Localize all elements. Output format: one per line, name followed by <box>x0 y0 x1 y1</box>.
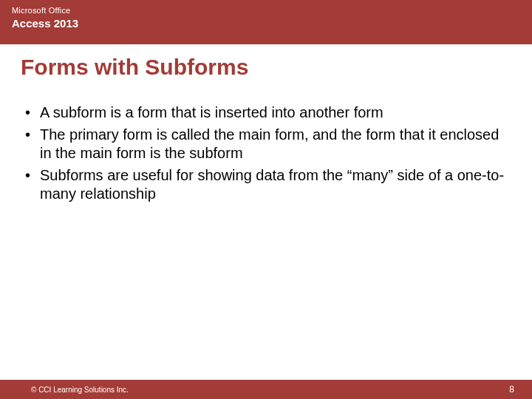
copyright-text: © CCI Learning Solutions Inc. <box>31 386 129 394</box>
bullet-item: The primary form is called the main form… <box>21 126 511 163</box>
page-number: 8 <box>509 384 514 395</box>
bullet-item: Subforms are useful for showing data fro… <box>21 166 511 204</box>
slide-title: Forms with Subforms <box>21 55 513 80</box>
brand-line-2: Access 2013 <box>12 17 520 30</box>
slide: Microsoft Office Access 2013 Forms with … <box>0 0 532 399</box>
bullet-list: A subform is a form that is inserted int… <box>21 103 511 204</box>
title-bar: Forms with Subforms <box>0 44 532 87</box>
slide-header: Microsoft Office Access 2013 <box>0 0 532 44</box>
slide-content: A subform is a form that is inserted int… <box>0 87 532 204</box>
bullet-item: A subform is a form that is inserted int… <box>21 103 511 123</box>
brand-line-1: Microsoft Office <box>12 6 520 16</box>
slide-footer: © CCI Learning Solutions Inc. 8 <box>0 380 532 399</box>
